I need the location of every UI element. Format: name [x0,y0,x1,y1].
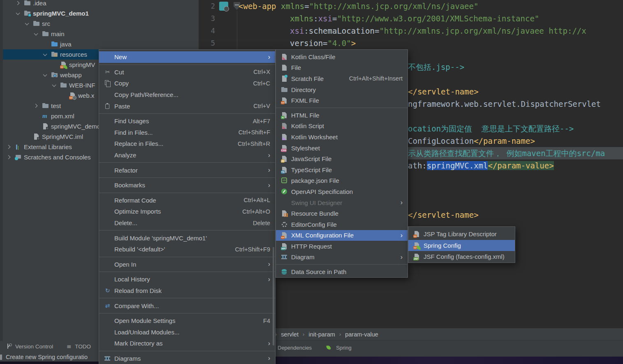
menu-item-label: Open Module Settings [114,317,175,324]
tool-button-version-control[interactable]: Version Control [6,343,53,350]
module-file-icon [42,123,49,130]
menu-item-package-json-file[interactable]: JSpackage.json File [276,175,408,187]
menu-item-resource-bundle[interactable]: Resource Bundle [276,208,408,219]
menu-item-optimize-imports[interactable]: Optimize ImportsCtrl+Alt+O [99,206,275,217]
tab-spring[interactable]: Spring [336,345,352,351]
menu-item-reformat-code[interactable]: Reformat CodeCtrl+Alt+L [99,195,275,206]
cut-icon: ✂ [104,69,111,76]
context-menu-scrollbar[interactable] [273,247,274,346]
menu-item-editorconfig-file[interactable]: EditorConfig File [276,219,408,230]
chevron-right-icon[interactable] [32,101,40,111]
tool-button-todo[interactable]: ≡ TODO [65,343,91,350]
tab-dependencies[interactable]: Dependencies [278,345,312,351]
menu-item-paste[interactable]: PasteCtrl+V [99,100,275,112]
menu-item-label: Local History [114,276,150,283]
menu-item-kotlin-worksheet[interactable]: Kotlin Worksheet [276,131,408,143]
folder-icon [42,30,49,37]
chevron-down-icon[interactable] [32,29,40,39]
menu-item-kotlin-class-file[interactable]: Kotlin Class/File [276,51,408,62]
menu-item-copy-path-reference[interactable]: Copy Path/Reference... [99,89,275,101]
menu-item-copy[interactable]: CopyCtrl+C [99,78,275,89]
menu-item-shortcut: Ctrl+C [253,80,271,87]
ext-lib-icon [15,143,22,150]
menu-item-load-unload-modules[interactable]: Load/Unload Modules... [99,326,275,338]
menu-item-refactor[interactable]: Refactor› [99,164,275,176]
blank-icon [104,235,111,242]
menu-item-kotlin-script[interactable]: Kotlin Script [276,121,408,132]
chevron-down-icon[interactable] [41,49,49,60]
tree-item-idea[interactable]: .idea [3,0,199,8]
menu-item-rebuild-default[interactable]: Rebuild '<default>'Ctrl+Shift+F9 [99,244,275,255]
menu-item-directory[interactable]: Directory [276,84,408,95]
chevron-down-icon[interactable] [23,18,31,29]
code-fragment: </servlet-name> [408,85,479,98]
chevron-down-icon[interactable] [14,8,22,18]
menu-item-spring-config[interactable]: <>Spring Config [408,240,515,251]
menu-item-openapi-specification[interactable]: OpenAPI Specification [276,186,408,197]
blank-icon [104,152,111,159]
menu-item-replace-in-files[interactable]: Replace in Files...Ctrl+Shift+R [99,138,275,150]
menu-item-javascript-file[interactable]: JSJavaScript File [276,153,408,164]
menu-item-diagrams[interactable]: Diagrams› [99,353,275,364]
menu-item-shortcut: Ctrl+Alt+L [244,197,270,203]
tool-button-label: TODO [75,343,91,350]
menu-item-html-file[interactable]: HHTML File [276,110,408,121]
menu-item-jsp-tag-library-descriptor[interactable]: <>JSP Tag Library Descriptor [408,228,515,240]
openapi-icon [281,188,288,195]
menu-item-label: EditorConfig File [291,221,337,228]
chevron-right-icon[interactable] [14,0,22,8]
tree-item-label: src [42,20,50,27]
chevron-down-icon[interactable] [50,80,58,90]
line-number: 3 [199,12,215,25]
menu-item-label: Diagram [291,253,315,260]
breadcrumb-item-init-param[interactable]: init-param [308,331,335,338]
menu-item-open-module-settings[interactable]: Open Module SettingsF4 [99,315,275,327]
menu-item-cut[interactable]: ✂CutCtrl+X [99,67,275,78]
status-message: Create new Spring configuratio [6,354,88,360]
menu-item-reload-from-disk[interactable]: ↻Reload from Disk [99,285,275,297]
menu-item-label: Build Module 'springMVC_demo1' [114,235,207,242]
menu-item-xml-configuration-file[interactable]: <>XML Configuration File› [276,230,408,241]
menu-item-typescript-file[interactable]: TSTypeScript File [276,164,408,175]
menu-item-stylesheet[interactable]: CSSStylesheet [276,143,408,154]
submenu-arrow-icon: › [266,340,270,347]
breadcrumb-item-servlet[interactable]: servlet [281,331,299,338]
menu-item-local-history[interactable]: Local History› [99,274,275,285]
menu-item-new[interactable]: New› [99,51,275,63]
chevron-spacer [32,121,40,131]
menu-item-scratch-file[interactable]: Scratch FileCtrl+Alt+Shift+Insert [276,73,408,84]
menu-item-build-module-springmvc-demo1[interactable]: Build Module 'springMVC_demo1' [99,232,275,244]
chevron-spacer [32,111,40,121]
menu-item-jsf-config-faces-config-xml[interactable]: JSFJSF Config (faces-config.xml) [408,251,515,263]
chevron-right-icon[interactable] [5,142,13,152]
tree-item-springmvc-demo1[interactable]: springMVC_demo1 [3,8,199,18]
menu-item-analyze[interactable]: Analyze› [99,150,275,161]
chevron-right-icon[interactable] [5,152,13,162]
menu-item-find-usages[interactable]: Find UsagesAlt+F7 [99,115,275,127]
menu-item-open-in[interactable]: Open In› [99,259,275,270]
menu-item-data-source-in-path[interactable]: Data Source in Path [276,266,408,277]
menu-item-fxml-file[interactable]: <>FXML File [276,95,408,106]
breadcrumb-item-param-value[interactable]: param-value [345,331,378,338]
menu-item-delete[interactable]: Delete...Delete [99,217,275,229]
menu-item-find-in-files[interactable]: Find in Files...Ctrl+Shift+F [99,127,275,138]
submenu-arrow-icon: › [266,53,270,61]
menu-item-mark-directory-as[interactable]: Mark Directory as› [99,338,275,349]
submenu-arrow-icon: › [266,182,270,189]
menu-item-label: Analyze [114,152,136,159]
tree-item-src[interactable]: src [3,18,199,29]
tree-item-java[interactable]: java [3,39,199,49]
chevron-down-icon[interactable] [41,70,49,80]
menu-item-compare-with[interactable]: ⇄Compare With... [99,300,275,311]
xml-spring-icon: <> [60,61,67,68]
menu-item-http-request[interactable]: APIHTTP Request [276,241,408,252]
menu-item-shortcut: Ctrl+Shift+F9 [235,246,270,253]
tree-item-main[interactable]: main [3,29,199,39]
web-descriptor-gutter-icon[interactable] [219,2,228,11]
menu-item-bookmarks[interactable]: Bookmarks› [99,180,275,191]
tree-item-label: springMV [69,61,95,68]
menu-item-label: Load/Unload Modules... [114,329,179,336]
code-fragment: 示从类路径查找配置文件， 例如maven工程中的src/ma [408,147,605,159]
menu-item-diagram[interactable]: Diagram› [276,252,408,263]
menu-item-file[interactable]: File [276,62,408,74]
